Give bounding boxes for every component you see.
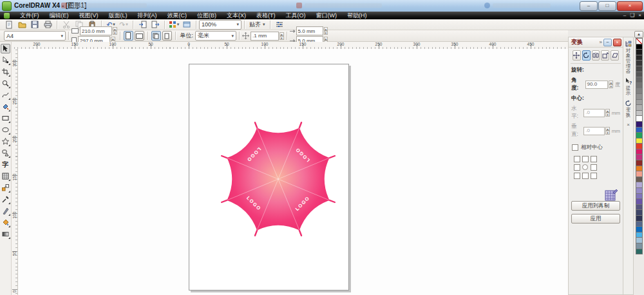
- center-v-field[interactable]: .0: [583, 127, 605, 135]
- redo-button[interactable]: ↷▾: [118, 20, 129, 30]
- umbrella-graphic[interactable]: LOGO LOGO LOGO LOGO: [214, 115, 343, 243]
- zoom-tool[interactable]: [1, 79, 10, 88]
- crop-tool[interactable]: [1, 67, 10, 77]
- interactive-fill-tool[interactable]: [1, 229, 10, 239]
- menu-effects[interactable]: 效果(C): [162, 12, 193, 19]
- skew-tab[interactable]: [611, 50, 619, 61]
- paper-type-combo[interactable]: A4 ▾: [4, 31, 66, 41]
- launcher-dropdown-arrow[interactable]: ▾: [177, 22, 180, 27]
- center-h-field[interactable]: .0: [583, 109, 605, 117]
- anchor-checkbox[interactable]: [582, 173, 589, 179]
- center-v-spinner[interactable]: ▴▾: [605, 127, 610, 135]
- rectangle-tool[interactable]: [1, 113, 10, 123]
- basic-shapes-tool[interactable]: [1, 148, 10, 158]
- menu-arrange[interactable]: 排列(A): [133, 12, 162, 19]
- application-launcher-button[interactable]: ▾: [168, 20, 180, 30]
- duplicate-x-spinner[interactable]: ▴▾: [324, 27, 328, 35]
- relative-center-checkbox[interactable]: [572, 144, 578, 151]
- position-tab[interactable]: [573, 50, 581, 61]
- duplicate-x-field[interactable]: 5.0 mm: [296, 26, 323, 35]
- pick-tool[interactable]: [1, 44, 10, 53]
- all-pages-button[interactable]: [151, 31, 161, 41]
- docker-tab-transform[interactable]: 变换: [625, 99, 632, 119]
- snap-to-button[interactable]: 贴齐 ▾: [247, 21, 267, 29]
- ellipse-tool[interactable]: [1, 125, 10, 135]
- redo-dropdown-arrow[interactable]: ▾: [126, 22, 128, 27]
- scale-mirror-tab[interactable]: [592, 50, 600, 61]
- angle-field[interactable]: 90.0: [585, 81, 609, 89]
- portrait-button[interactable]: [124, 31, 133, 41]
- spin-down-icon[interactable]: ▾: [605, 113, 610, 117]
- rotation-tab[interactable]: [582, 50, 591, 61]
- spin-down-icon[interactable]: ▾: [279, 36, 284, 40]
- anchor-checkbox[interactable]: [591, 164, 597, 171]
- apply-to-duplicate-button[interactable]: 应用到再制: [571, 201, 620, 211]
- angle-spinner[interactable]: ▴▾: [609, 81, 613, 88]
- eyedropper-tool[interactable]: [1, 195, 10, 204]
- vertical-ruler[interactable]: 300250200150100500: [12, 49, 18, 295]
- size-tab[interactable]: [601, 50, 609, 61]
- nudge-offset-field[interactable]: .1 mm: [251, 32, 279, 41]
- window-maximize-button[interactable]: □: [598, 1, 616, 11]
- new-document-button[interactable]: [3, 20, 15, 30]
- outline-pen-tool[interactable]: [1, 206, 10, 216]
- window-minimize-button[interactable]: –: [580, 1, 598, 11]
- fill-tool[interactable]: [1, 218, 10, 227]
- welcome-screen-button[interactable]: [181, 20, 193, 30]
- interactive-blend-tool[interactable]: [1, 183, 10, 193]
- menu-bitmaps[interactable]: 位图(B): [192, 12, 222, 19]
- paper-width-spinner[interactable]: ▴▾: [113, 27, 117, 35]
- docker-tab-object-manager[interactable]: 对象管理器: [625, 39, 632, 75]
- freehand-tool[interactable]: [1, 90, 10, 100]
- mdi-minimize-button[interactable]: –: [623, 12, 626, 19]
- text-tool[interactable]: 字: [1, 160, 10, 169]
- anchor-checkbox[interactable]: [591, 173, 597, 179]
- landscape-button[interactable]: [135, 31, 144, 41]
- anchor-checkbox[interactable]: [582, 156, 589, 162]
- spin-down-icon[interactable]: ▾: [605, 131, 610, 135]
- anchor-checkbox[interactable]: [574, 156, 580, 162]
- docker-collapse-button[interactable]: »: [600, 39, 602, 45]
- spin-down-icon[interactable]: ▾: [113, 31, 117, 35]
- menu-text[interactable]: 文本(X): [222, 12, 251, 19]
- save-button[interactable]: [29, 20, 41, 30]
- menu-window[interactable]: 窗口(W): [311, 12, 343, 19]
- window-close-button[interactable]: ×: [617, 1, 643, 11]
- zoom-level-combo[interactable]: 100% ▾: [199, 20, 242, 30]
- palette-scroll-up-button[interactable]: ▲: [634, 31, 643, 38]
- menu-help[interactable]: 帮助(H): [342, 12, 372, 19]
- anchor-checkbox[interactable]: [574, 164, 580, 171]
- docker-close-button[interactable]: ×: [613, 39, 621, 46]
- apply-button[interactable]: 应用: [571, 214, 620, 224]
- menu-layout[interactable]: 版面(L): [104, 12, 133, 19]
- tabstrip-close-button[interactable]: ×: [627, 122, 630, 128]
- menu-file[interactable]: 文件(F): [15, 12, 44, 19]
- anchor-checkbox[interactable]: [574, 173, 580, 179]
- drawing-canvas[interactable]: LOGO LOGO LOGO LOGO: [18, 49, 568, 295]
- cut-button[interactable]: [61, 20, 72, 30]
- mdi-restore-button[interactable]: ❏: [630, 12, 634, 19]
- table-tool[interactable]: [1, 171, 10, 181]
- menu-table[interactable]: 表格(T): [251, 12, 281, 19]
- open-document-button[interactable]: [16, 20, 28, 30]
- polygon-tool[interactable]: [1, 137, 10, 146]
- menu-tools[interactable]: 工具(O): [281, 12, 311, 19]
- spin-down-icon[interactable]: ▾: [324, 31, 328, 35]
- nudge-spinner[interactable]: ▴▾: [279, 32, 284, 40]
- paper-width-field[interactable]: 210.0 mm: [80, 26, 112, 35]
- anchor-checkbox[interactable]: [591, 156, 597, 162]
- import-button[interactable]: [137, 20, 148, 30]
- smart-fill-tool[interactable]: [1, 102, 10, 111]
- options-button[interactable]: [274, 20, 285, 30]
- menu-view[interactable]: 视图(V): [74, 12, 104, 19]
- mdi-close-button[interactable]: ×: [638, 12, 641, 19]
- shape-tool[interactable]: [1, 55, 10, 65]
- color-swatch[interactable]: [636, 249, 643, 255]
- anchor-center-radio[interactable]: [582, 164, 588, 170]
- export-button[interactable]: [149, 20, 161, 30]
- menu-edit[interactable]: 编辑(E): [44, 12, 74, 19]
- docker-minimize-button[interactable]: –: [603, 39, 612, 46]
- units-combo[interactable]: 毫米 ▾: [195, 31, 236, 41]
- docker-tab-hints[interactable]: ? 提示: [625, 77, 632, 97]
- spin-down-icon[interactable]: ▾: [609, 84, 613, 88]
